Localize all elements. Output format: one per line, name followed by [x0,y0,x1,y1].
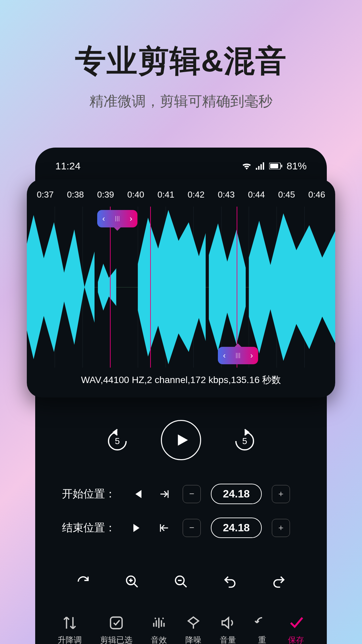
zoom-in-button[interactable] [122,572,142,592]
waveform-segment [27,215,95,359]
svg-rect-2 [260,164,262,170]
tool-label: 音效 [151,635,167,644]
playhead[interactable] [150,207,151,368]
wifi-icon [242,162,252,170]
tool-label: 音量 [220,635,236,644]
rewind-5-button[interactable]: 5 [104,427,131,453]
svg-text:5: 5 [242,436,247,446]
checkbox-icon [109,615,124,631]
start-position-row: 开始位置： − 24.18 + [62,484,300,504]
start-value[interactable]: 24.18 [211,484,262,504]
battery-icon [269,163,283,169]
svg-rect-0 [256,168,257,170]
zoom-row [45,561,317,602]
tick: 0:39 [97,190,114,200]
end-value[interactable]: 24.18 [211,518,262,538]
undo-button[interactable] [220,572,240,592]
tick: 0:40 [127,190,144,200]
equalizer-icon [151,615,167,631]
file-info: WAV,44100 HZ,2 channel,172 kbps,135.16 秒… [27,368,335,392]
tick: 0:44 [248,190,265,200]
denoise-tool[interactable]: 降噪 [185,615,201,644]
tick: 0:43 [218,190,235,200]
svg-rect-11 [111,617,122,629]
tick: 0:42 [188,190,205,200]
refresh-button[interactable] [73,572,93,592]
waveform-segment [209,223,246,351]
tool-label: 重 [258,635,266,644]
tick: 0:46 [308,190,325,200]
svg-text:5: 5 [115,436,120,446]
decrement-start-button[interactable]: − [183,485,201,503]
play-icon [176,433,189,447]
start-label: 开始位置： [62,487,119,501]
range-start-handle[interactable]: ‹ › [97,210,137,227]
battery-percent: 81% [287,160,307,172]
repeat-tool[interactable]: 重 [254,615,270,644]
waveform-segment [249,213,335,361]
play-button[interactable] [161,420,201,460]
subtitle: 精准微调，剪辑可精确到毫秒 [0,92,362,111]
svg-rect-1 [258,166,259,170]
chevron-right-icon: › [130,214,132,223]
main-title: 专业剪辑&混音 [0,40,362,82]
signal-icon [256,162,265,170]
tool-row: 升降调 剪辑已选 音效 降噪 音量 重 [45,602,317,644]
tick: 0:41 [158,190,175,200]
end-label: 结束位置： [62,521,119,535]
check-icon [288,615,304,631]
svg-rect-6 [281,165,282,167]
marketing-heading: 专业剪辑&混音 精准微调，剪辑可精确到毫秒 [0,0,362,111]
redo-button[interactable] [269,572,289,592]
decrement-end-button[interactable]: − [183,519,201,537]
svg-rect-5 [270,164,278,168]
range-end-handle[interactable]: ‹ › [218,347,258,364]
nudge-start-right-button[interactable] [156,486,173,502]
forward-5-button[interactable]: 5 [231,427,258,453]
increment-end-button[interactable]: + [272,519,290,537]
volume-tool[interactable]: 音量 [220,615,236,644]
volume-icon [220,615,236,631]
tool-label: 降噪 [185,635,201,644]
chevron-right-icon: › [250,351,253,360]
tool-label: 剪辑已选 [100,635,132,644]
skip-end-button[interactable] [129,520,146,536]
status-right: 81% [242,160,307,172]
chevron-left-icon: ‹ [102,214,105,223]
clip-tool[interactable]: 剪辑已选 [100,615,132,644]
status-time: 11:24 [55,160,80,172]
position-rows: 开始位置： − 24.18 + 结束位置： − 24.18 + [45,474,317,561]
end-position-row: 结束位置： − 24.18 + [62,518,300,538]
tick: 0:45 [278,190,295,200]
status-bar: 11:24 81% [45,158,317,178]
waveform-segment [138,210,205,364]
chevron-left-icon: ‹ [223,351,226,360]
svg-rect-3 [263,162,264,170]
effect-tool[interactable]: 音效 [151,615,167,644]
phone-mockup: 11:24 81% 0:37 0:38 0:39 0:40 0:41 0:42 … [35,148,327,644]
tick: 0:38 [67,190,84,200]
nudge-end-left-button[interactable] [156,520,173,536]
zoom-out-button[interactable] [171,572,191,592]
waveform-area[interactable]: ‹ › ‹ › [27,207,335,368]
repeat-icon [254,615,270,631]
increment-start-button[interactable]: + [272,485,290,503]
denoise-icon [186,615,201,631]
tick: 0:37 [37,190,54,200]
waveform-segment [98,264,116,311]
waveform-panel: 0:37 0:38 0:39 0:40 0:41 0:42 0:43 0:44 … [27,179,335,397]
save-tool[interactable]: 保存 [288,615,304,644]
pitch-tool[interactable]: 升降调 [58,615,82,644]
playback-controls: 5 5 [45,407,317,474]
controls-panel: 5 5 开始位置： − 24.18 + 结束位置： − [45,407,317,644]
tool-label: 升降调 [58,635,82,644]
tool-label: 保存 [288,635,304,644]
pitch-icon [62,615,77,631]
timeline-ruler: 0:37 0:38 0:39 0:40 0:41 0:42 0:43 0:44 … [27,190,335,207]
skip-start-button[interactable] [129,486,146,502]
